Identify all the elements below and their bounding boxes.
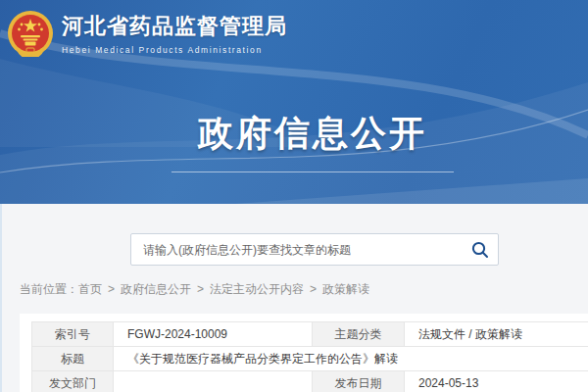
title-value: 《关于规范医疗器械产品分类界定工作的公告》解读 bbox=[114, 347, 588, 371]
content-area: 当前位置：首页>政府信息公开>法定主动公开内容>政策解读 索引号 FGWJ-20… bbox=[0, 204, 588, 392]
site-title-group: 河北省药品监督管理局 Hebei Medical Products Admini… bbox=[62, 12, 287, 55]
search-icon bbox=[470, 240, 490, 260]
title-label: 标题 bbox=[32, 347, 114, 371]
search-bar bbox=[130, 233, 499, 266]
document-info-table: 索引号 FGWJ-2024-10009 主题分类 法规文件 / 政策解读 标题 … bbox=[31, 321, 588, 392]
document-info-card: 索引号 FGWJ-2024-10009 主题分类 法规文件 / 政策解读 标题 … bbox=[20, 314, 588, 392]
index-number-value: FGWJ-2024-10009 bbox=[114, 322, 313, 347]
index-number-label: 索引号 bbox=[32, 322, 114, 347]
site-title-chinese: 河北省药品监督管理局 bbox=[62, 12, 287, 41]
search-input[interactable] bbox=[131, 234, 463, 265]
issuing-department-value bbox=[114, 371, 313, 392]
banner-underline bbox=[172, 172, 454, 172]
breadcrumb-item-home[interactable]: 首页 bbox=[78, 282, 102, 296]
publish-date-value: 2024-05-13 bbox=[405, 371, 588, 392]
search-button[interactable] bbox=[463, 234, 498, 265]
breadcrumb-separator: > bbox=[108, 282, 115, 296]
breadcrumb-item-policy-interpretation[interactable]: 政策解读 bbox=[322, 282, 369, 296]
table-row: 索引号 FGWJ-2024-10009 主题分类 法规文件 / 政策解读 bbox=[32, 322, 588, 347]
breadcrumb: 当前位置：首页>政府信息公开>法定主动公开内容>政策解读 bbox=[20, 281, 369, 298]
national-emblem-icon bbox=[7, 10, 54, 57]
page-header: 河北省药品监督管理局 Hebei Medical Products Admini… bbox=[0, 0, 588, 204]
publish-date-label: 发布日期 bbox=[313, 371, 405, 392]
topic-category-label: 主题分类 bbox=[313, 322, 405, 347]
breadcrumb-item-statutory-disclosure[interactable]: 法定主动公开内容 bbox=[210, 282, 304, 296]
breadcrumb-item-info-disclosure[interactable]: 政府信息公开 bbox=[121, 282, 191, 296]
breadcrumb-label: 当前位置： bbox=[20, 282, 78, 296]
breadcrumb-separator: > bbox=[197, 282, 204, 296]
site-brand: 河北省药品监督管理局 Hebei Medical Products Admini… bbox=[7, 10, 287, 57]
topic-category-value: 法规文件 / 政策解读 bbox=[405, 322, 588, 347]
banner-title: 政府信息公开 bbox=[198, 110, 427, 158]
site-title-english: Hebei Medical Products Administration bbox=[62, 45, 287, 55]
breadcrumb-separator: > bbox=[310, 282, 317, 296]
issuing-department-label: 发文部门 bbox=[32, 371, 114, 392]
banner: 政府信息公开 bbox=[0, 110, 588, 172]
table-row: 标题 《关于规范医疗器械产品分类界定工作的公告》解读 bbox=[32, 347, 588, 371]
table-row: 发文部门 发布日期 2024-05-13 bbox=[32, 371, 588, 392]
